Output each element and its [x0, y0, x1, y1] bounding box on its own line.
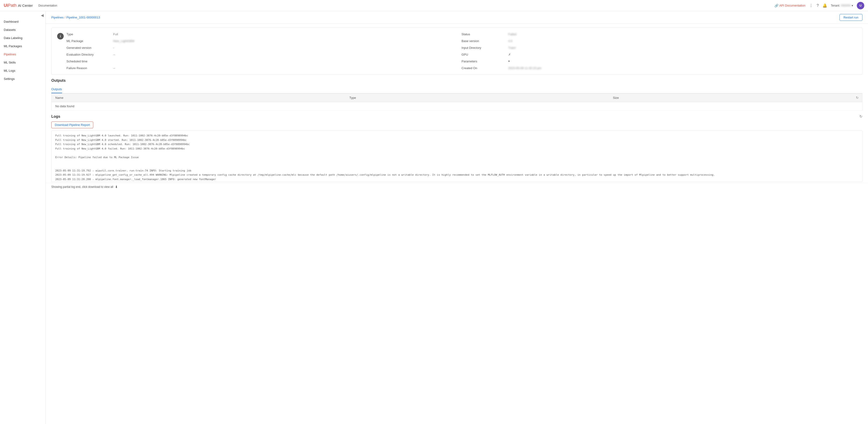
nav-right: 🔗 API Documentation ⋮ ? 🔔 Tenant: ••••••…	[774, 2, 864, 9]
logs-box[interactable]: Full training of New_LightGBM 4.0 launch…	[51, 131, 862, 182]
download-pipeline-report-button[interactable]: Download Pipeline Report	[51, 121, 93, 128]
value-status: Failed	[508, 32, 857, 36]
sidebar-label-dashboard: Dashboard	[4, 20, 19, 23]
label-gpu: GPU	[462, 53, 508, 56]
sidebar-label-datasets: Datasets	[4, 28, 16, 31]
logo-aicenter: AI Center	[18, 3, 33, 7]
log-line-error: Error Details: Pipeline failed due to ML…	[55, 156, 859, 160]
tenant-chevron: ▾	[852, 4, 853, 7]
download-small-icon[interactable]: ⬇	[115, 185, 118, 189]
label-failure-reason: Failure Reason	[66, 66, 113, 70]
value-base-version: 4.0	[508, 39, 857, 43]
breadcrumb: Pipelines / Pipeline_1001-00000013	[51, 16, 100, 19]
col-header-type: Type	[346, 94, 609, 102]
outputs-table-container: ↻ Name Type Size No data found	[51, 93, 862, 111]
value-type: Full	[113, 32, 462, 36]
col-header-size: Size	[609, 94, 862, 102]
empty-message: No data found	[52, 102, 862, 111]
breadcrumb-bar: Pipelines / Pipeline_1001-00000013 Resta…	[46, 11, 868, 24]
logs-refresh-button[interactable]: ↻	[859, 114, 862, 119]
label-type: Type	[66, 32, 113, 36]
label-evaluation-directory: Evaluation Directory	[66, 53, 113, 56]
table-row-empty: No data found	[52, 102, 862, 111]
info-icon: i	[57, 33, 64, 39]
value-input-directory: Train/	[508, 46, 857, 50]
logs-section: Logs ↻ Download Pipeline Report Full tra…	[46, 114, 868, 182]
log-line-9: 2023-05-09 11:31:20.208 - mlpipeline.fon…	[55, 177, 859, 182]
sidebar-label-ml-packages: ML Packages	[4, 45, 22, 48]
log-line-3: Full training of New_LightGBM 4.0 failed…	[55, 147, 859, 151]
tenant-value: ••••••••••	[841, 4, 851, 7]
label-scheduled-time: Scheduled time	[66, 60, 113, 63]
log-line-0: Full training of New_LightGBM 4.0 launch…	[55, 134, 859, 138]
log-line-1: Full training of New_LightGBM 4.0 starte…	[55, 138, 859, 142]
sidebar-label-ml-logs: ML Logs	[4, 69, 15, 73]
outputs-table-header: Name Type Size	[52, 94, 862, 102]
label-status: Status	[462, 32, 508, 36]
label-base-version: Base version	[462, 39, 508, 43]
user-avatar[interactable]: U	[857, 2, 864, 9]
log-line-10: 2023-05-09 11:31:22.158 - aiputil.core.s…	[55, 182, 859, 182]
outputs-table: Name Type Size No data found	[51, 93, 862, 111]
value-evaluation-directory: --	[113, 53, 462, 56]
sidebar-item-datasets[interactable]: Datasets	[0, 26, 45, 34]
value-ml-package: New_LightGBM	[113, 39, 462, 43]
log-line-5	[55, 160, 859, 164]
tab-outputs[interactable]: Outputs	[51, 85, 62, 93]
logs-title: Logs	[51, 114, 60, 119]
api-doc-link[interactable]: 🔗 API Documentation	[774, 4, 805, 7]
breadcrumb-separator: /	[65, 16, 66, 19]
api-link-icon: 🔗	[774, 4, 778, 7]
sidebar: ◀ Dashboard Datasets Data Labeling ML Pa…	[0, 11, 46, 424]
partial-log-note: Showing partial log end, click download …	[46, 183, 868, 191]
sidebar-item-settings[interactable]: Settings	[0, 75, 45, 83]
log-line-4	[55, 151, 859, 156]
breadcrumb-pipelines[interactable]: Pipelines	[51, 16, 64, 19]
content-area: Pipelines / Pipeline_1001-00000013 Resta…	[46, 11, 868, 424]
sidebar-toggle-area: ◀	[0, 11, 45, 18]
api-doc-label: API Documentation	[779, 4, 805, 7]
sidebar-item-data-labeling[interactable]: Data Labeling	[0, 34, 45, 42]
value-generated-version: -	[113, 46, 462, 50]
log-line-6	[55, 164, 859, 169]
info-grid-left: Type Full ML Package New_LightGBM Genera…	[66, 32, 462, 70]
col-header-name: Name	[52, 94, 346, 102]
sidebar-label-ml-skills: ML Skills	[4, 61, 16, 64]
tenant-label: Tenant: •••••••••• ▾	[831, 4, 853, 7]
log-line-7: 2023-05-09 11:31:19.792 - aiputil.core.t…	[55, 169, 859, 173]
help-button[interactable]: ?	[817, 3, 819, 8]
more-options-button[interactable]: ⋮	[809, 3, 813, 8]
outputs-refresh-button[interactable]: ↻	[856, 96, 859, 100]
info-icon-col: i	[57, 32, 66, 70]
sidebar-item-ml-skills[interactable]: ML Skills	[0, 58, 45, 66]
breadcrumb-current[interactable]: Pipeline_1001-00000013	[66, 16, 100, 19]
notification-button[interactable]: 🔔	[823, 3, 827, 8]
outputs-tab-bar: Outputs	[51, 85, 862, 93]
value-failure-reason: --	[113, 66, 462, 70]
label-ml-package: ML Package	[66, 39, 113, 43]
sidebar-label-data-labeling: Data Labeling	[4, 36, 22, 40]
sidebar-item-dashboard[interactable]: Dashboard	[0, 18, 45, 26]
value-created-on: 2023-05-09 11:32:23 pm	[508, 66, 857, 70]
logo-uipath: UiPath	[4, 3, 17, 8]
sidebar-label-settings: Settings	[4, 77, 15, 81]
nav-doc-link[interactable]: Documentation	[38, 4, 57, 7]
sidebar-collapse-button[interactable]: ◀	[41, 13, 43, 18]
outputs-section: Outputs Outputs ↻ Name Type Size	[46, 79, 868, 111]
restart-run-button[interactable]: Restart run	[840, 14, 862, 21]
info-grid-right: Status Failed Base version 4.0 Input Dir…	[462, 32, 857, 70]
partial-log-text: Showing partial log end, click download …	[51, 185, 113, 189]
params-chevron-icon: ▾	[508, 60, 510, 63]
label-parameters: Parameters	[462, 60, 508, 63]
top-nav: UiPath AI Center Documentation 🔗 API Doc…	[0, 0, 868, 11]
outputs-section-title: Outputs	[51, 79, 862, 83]
label-created-on: Created On	[462, 66, 508, 70]
label-generated-version: Generated version	[66, 46, 113, 50]
main-layout: ◀ Dashboard Datasets Data Labeling ML Pa…	[0, 11, 868, 424]
sidebar-item-ml-packages[interactable]: ML Packages	[0, 42, 45, 50]
logs-header: Logs ↻	[51, 114, 862, 119]
sidebar-item-pipelines[interactable]: Pipelines	[0, 50, 45, 58]
log-line-8: 2023-05-09 11:31:19.927 - mlpipeline_get…	[55, 173, 859, 177]
value-parameters[interactable]: ▾	[508, 60, 857, 63]
sidebar-item-ml-logs[interactable]: ML Logs	[0, 66, 45, 75]
